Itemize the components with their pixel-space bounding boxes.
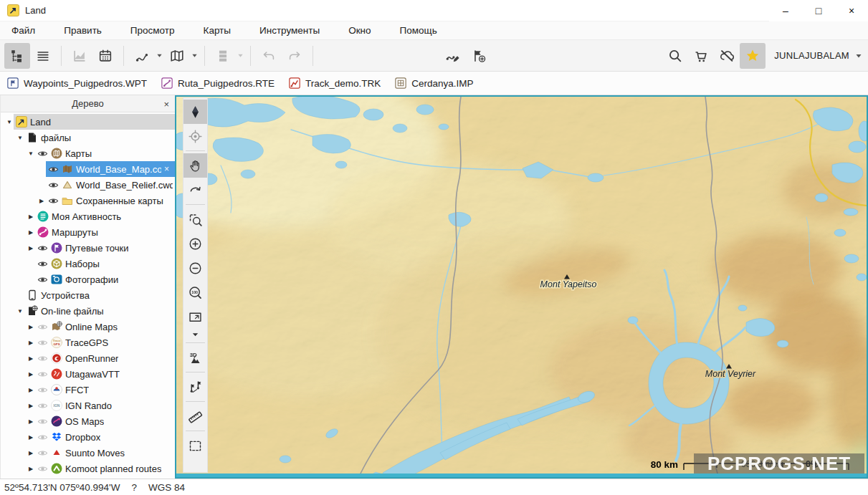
open-map-button[interactable] [164, 43, 190, 69]
open-file-trk[interactable]: Track_demo.TRK [289, 77, 381, 89]
tree-item-dropbox[interactable]: Dropbox [35, 429, 175, 445]
tree-item-waypoints[interactable]: Путевые точки [35, 240, 175, 256]
maximize-button[interactable]: □ [802, 0, 835, 21]
tree-item-device[interactable]: Устройства [24, 287, 175, 303]
zoom-area-button[interactable] [183, 207, 207, 231]
tree-expander-icon[interactable]: ▶ [27, 434, 35, 441]
show-waypoints-button[interactable] [183, 375, 207, 399]
tree-expander-icon[interactable]: ▶ [37, 198, 46, 204]
tree-item-activity[interactable]: Моя Активность [35, 208, 175, 224]
tree-item-photos[interactable]: Фотографии [35, 271, 175, 287]
tree-item-relief[interactable]: World_Base_Relief.cwd [46, 177, 175, 193]
zoom-in-button[interactable] [183, 231, 207, 256]
tree-expander-icon[interactable]: ▶ [27, 387, 35, 393]
visibility-eye-icon[interactable] [48, 196, 59, 206]
favorites-button[interactable] [740, 43, 766, 69]
measure-distance-button[interactable] [183, 404, 207, 428]
open-file-imp[interactable]: Cerdanya.IMP [395, 77, 473, 89]
tree-item-openrunner[interactable]: OpenRunner [35, 350, 175, 366]
locate-button[interactable] [183, 124, 207, 148]
tree-item-map-file[interactable]: World_Base_Map.co× [46, 161, 175, 177]
tree-item-osmaps[interactable]: OS Maps [35, 413, 175, 429]
add-waypoint-button[interactable] [466, 43, 492, 69]
view-3d-button[interactable]: 3D [183, 345, 207, 370]
tree-item-online-maps[interactable]: Online Maps [35, 319, 175, 335]
account-menu[interactable]: JUNLAJUBALAM [774, 50, 862, 61]
tree-expander-icon[interactable]: ▶ [27, 355, 35, 362]
edit-track-button[interactable] [440, 43, 466, 69]
tree-item-online-files[interactable]: On-line файлы [24, 303, 175, 319]
tree-item-land[interactable]: Land [14, 114, 175, 130]
tree-panel-close-button[interactable]: × [163, 95, 169, 112]
visibility-eye-icon[interactable] [37, 148, 48, 159]
visibility-eye-icon[interactable] [37, 448, 48, 458]
visibility-eye-icon[interactable] [37, 259, 48, 269]
open-file-rte[interactable]: Ruta_Puigpedros.RTE [161, 77, 275, 89]
list-view-button[interactable] [30, 43, 56, 69]
visibility-eye-icon[interactable] [37, 369, 48, 380]
menu-6[interactable]: Окно [348, 25, 371, 36]
tree-expander-icon[interactable]: ▶ [27, 213, 35, 220]
tree-expander-icon[interactable]: ▶ [27, 403, 35, 409]
minimize-button[interactable]: – [769, 0, 802, 21]
pan-button[interactable] [183, 153, 207, 178]
tree-expander-icon[interactable]: ▶ [27, 324, 35, 330]
visibility-eye-icon[interactable] [37, 337, 48, 348]
visibility-eye-icon[interactable] [37, 400, 48, 411]
tree-item-utagawa[interactable]: UtagawaVTT [35, 366, 175, 382]
open-file-wpt[interactable]: Waypoints_Puigpedros.WPT [7, 77, 147, 89]
cloud-offline-button[interactable] [714, 43, 740, 69]
search-button[interactable] [662, 43, 688, 69]
tree-expander-icon[interactable]: ▶ [27, 418, 35, 425]
menu-4[interactable]: Карты [204, 25, 231, 36]
map-canvas[interactable]: Mont Yapeitso Mont Veyrier 80 km 686.3m/… [176, 97, 867, 477]
tree-item-sets[interactable]: Наборы [35, 256, 175, 271]
visibility-eye-icon[interactable] [48, 164, 59, 175]
new-track-button[interactable] [129, 43, 155, 69]
menu-7[interactable]: Помощь [400, 25, 437, 36]
tree-item-close-icon[interactable]: × [164, 164, 169, 174]
visibility-eye-icon[interactable] [37, 243, 48, 254]
visibility-eye-icon[interactable] [37, 385, 48, 395]
tree-expander-icon[interactable]: ▶ [27, 245, 35, 251]
tree-item-file[interactable]: файлы [24, 130, 175, 145]
visibility-eye-icon[interactable] [37, 432, 48, 443]
tree-expander-icon[interactable]: ▶ [27, 466, 35, 472]
tree-expander-icon[interactable]: ▼ [16, 308, 24, 314]
visibility-eye-icon[interactable] [37, 353, 48, 364]
menu-2[interactable]: Править [64, 25, 102, 36]
tree-item-ffct[interactable]: FFCT [35, 382, 175, 398]
tree-expander-icon[interactable]: ▼ [16, 135, 24, 141]
tree-item-routes[interactable]: Маршруты [35, 224, 175, 240]
tree-item-tracegps[interactable]: TraceGPSTraceGPS [35, 335, 175, 350]
calendar-button[interactable] [92, 43, 118, 69]
tree-item-komoot[interactable]: Komoot planned routes [35, 461, 175, 476]
store-button[interactable] [688, 43, 714, 69]
tree-expander-icon[interactable]: ▼ [5, 119, 14, 125]
open-map-dropdown[interactable] [190, 43, 199, 69]
map-view[interactable]: Mont Yapeitso Mont Veyrier 80 km 686.3m/… [175, 95, 868, 479]
menu-5[interactable]: Инструменты [259, 25, 320, 36]
zoom-out-button[interactable] [183, 256, 207, 280]
more-zoom-options-button[interactable] [183, 329, 207, 340]
visibility-eye-icon[interactable] [48, 180, 59, 191]
tree-item-suunto[interactable]: Suunto Moves [35, 445, 175, 461]
tree-item-maps-group[interactable]: Карты [35, 145, 175, 161]
visibility-eye-icon[interactable] [37, 322, 48, 332]
visibility-eye-icon[interactable] [37, 274, 48, 285]
tree-panel-button[interactable] [4, 43, 30, 69]
tree-expander-icon[interactable]: ▶ [27, 229, 35, 236]
rotate-view-button[interactable] [183, 178, 207, 202]
select-area-button[interactable] [183, 433, 207, 458]
visibility-eye-icon[interactable] [37, 463, 48, 474]
menu-1[interactable]: Файл [11, 25, 35, 36]
new-track-dropdown[interactable] [155, 43, 164, 69]
zoom-100-button[interactable]: 100 [183, 280, 207, 304]
tree-expander-icon[interactable]: ▼ [27, 150, 35, 157]
tree-expander-icon[interactable]: ▶ [27, 450, 35, 456]
menu-3[interactable]: Просмотр [130, 25, 175, 36]
tree-expander-icon[interactable]: ▶ [27, 371, 35, 378]
tree-expander-icon[interactable]: ▶ [27, 340, 35, 346]
close-button[interactable]: × [835, 0, 868, 21]
tree-item-folder[interactable]: Сохраненные карты [46, 193, 175, 208]
